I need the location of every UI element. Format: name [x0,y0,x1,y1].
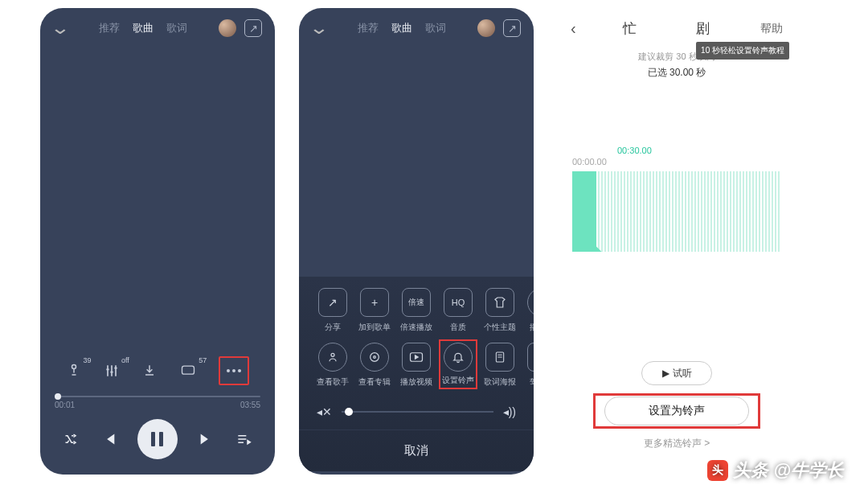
svg-point-0 [72,365,76,369]
action-set-ringtone[interactable]: 设置铃声 [437,343,479,388]
tab-lyrics[interactable]: 歌词 [166,21,187,35]
svg-point-2 [331,353,334,356]
share-icon[interactable]: ↗ [244,19,262,37]
share-icon[interactable]: ↗ [503,19,521,37]
previous-icon[interactable] [100,430,117,448]
action-speed[interactable]: 倍速 倍速播放 [395,288,437,333]
download-icon[interactable] [141,361,158,380]
progress-bar[interactable]: 00:01 03:55 [40,389,275,411]
action-quality[interactable]: HQ 音质 [437,288,479,333]
waveform-editor[interactable]: 00:30.00 00:00.00 [558,157,796,252]
tab-recommend[interactable]: 推荐 [99,21,120,35]
avatar[interactable] [219,19,236,37]
pause-button[interactable] [137,419,178,459]
volume-slider[interactable] [342,411,493,413]
time-total: 03:55 [240,401,260,409]
selection-range[interactable] [572,171,596,252]
action-sheet: ↗ 分享 + 加到歌单 倍速 倍速播放 HQ 音质 个性主题 ▷ 播放器 [299,277,534,471]
more-icon [227,369,241,372]
cover-area [299,43,534,277]
help-link[interactable]: 帮助 [760,22,783,36]
top-bar: ⌄ 推荐 歌曲 歌词 ↗ [40,8,275,43]
preview-button[interactable]: ▶ 试听 [641,361,712,385]
tutorial-tooltip[interactable]: 10 秒轻松设置铃声教程 [696,42,789,60]
time-current: 00:01 [55,401,75,409]
top-tabs: 推荐 歌曲 歌词 [358,21,446,35]
action-theme[interactable]: 个性主题 [479,288,521,333]
avatar[interactable] [477,19,495,37]
svg-point-4 [374,356,376,359]
pause-icon [151,432,163,446]
selection-start-time: 00:00.00 [572,157,781,166]
more-button-highlight [219,356,249,385]
disc-icon [360,343,389,372]
volume-icon[interactable]: ◂)) [503,405,516,418]
ringtone-highlight: 设置铃声 [439,339,477,389]
action-sheet-screen: ⌄ 推荐 歌曲 歌词 ↗ ↗ 分享 + 加到歌单 倍速 倍速播放 [299,8,534,475]
play-circle-icon: ▷ [527,288,534,317]
mute-icon[interactable]: ◂✕ [317,405,332,418]
back-icon[interactable]: ‹ [571,19,576,38]
cancel-button[interactable]: 取消 [299,429,534,471]
bell-icon [444,343,473,372]
share-out-icon: ↗ [318,288,347,317]
playback-controls [40,411,275,471]
next-icon[interactable] [198,430,215,448]
secondary-controls: 39 off 57 [40,357,275,389]
action-view-artist[interactable]: 查看歌手 [312,343,354,388]
page-title: 忙 剧 [623,19,713,38]
collapse-chevron-icon[interactable]: ⌄ [309,18,329,39]
sheet-row-1: ↗ 分享 + 加到歌单 倍速 倍速播放 HQ 音质 个性主题 ▷ 播放器 [299,288,534,343]
player-screen: ⌄ 推荐 歌曲 歌词 ↗ 39 off 57 [40,8,275,475]
action-add-playlist[interactable]: + 加到歌单 [354,288,395,333]
toutiao-icon: 头 [707,460,728,481]
sing-icon[interactable]: 39 [66,361,82,380]
action-player[interactable]: ▷ 播放器 [521,288,534,333]
tshirt-icon [485,288,514,317]
sheet-row-2: 查看歌手 查看专辑 播放视频 设置铃声 歌词海报 [299,343,534,397]
action-play-video[interactable]: 播放视频 [395,343,437,388]
tab-song[interactable]: 歌曲 [391,21,412,35]
action-share[interactable]: ↗ 分享 [312,288,354,333]
more-ringtones-link[interactable]: 更多精选铃声 > [558,437,796,450]
more-button[interactable] [227,361,241,380]
tab-song[interactable]: 歌曲 [133,21,154,35]
action-lyric-poster[interactable]: 歌词海报 [479,343,521,388]
hq-icon: HQ [444,288,473,317]
shuffle-icon[interactable] [63,431,80,447]
action-drive-mode[interactable]: 驾驶模 [521,343,534,388]
play-icon: ▶ [662,368,669,379]
eq-status: off [121,356,129,364]
speed-icon: 倍速 [402,288,431,317]
sing-count: 39 [84,356,92,364]
tab-recommend[interactable]: 推荐 [358,21,379,35]
top-tabs: 推荐 歌曲 歌词 [99,21,187,35]
waveform[interactable] [572,171,781,252]
video-icon [402,343,431,372]
action-view-album[interactable]: 查看专辑 [354,343,395,388]
watermark: 头 头条 @牛学长 [707,458,844,483]
cover-area [40,43,275,357]
car-icon [527,343,534,372]
selected-duration: 已选 30.00 秒 [558,66,796,80]
top-bar: ‹ 忙 剧 帮助 [558,8,796,44]
ringtone-editor-screen: ‹ 忙 剧 帮助 10 秒轻松设置铃声教程 建议裁剪 30 秒以内 已选 30.… [558,8,796,475]
person-icon [318,343,347,372]
comment-count: 57 [199,356,207,364]
collapse-chevron-icon[interactable]: ⌄ [50,18,70,39]
poster-icon [485,343,514,372]
tab-lyrics[interactable]: 歌词 [425,21,446,35]
volume-row: ◂✕ ◂)) [299,397,534,429]
playlist-icon[interactable] [235,431,252,447]
plus-icon: + [360,288,389,317]
svg-point-3 [371,353,379,362]
set-ringtone-button[interactable]: 设置为铃声 [604,397,749,425]
selection-end-time: 00:30.00 [617,146,652,155]
equalizer-icon[interactable]: off [104,361,120,380]
top-bar: ⌄ 推荐 歌曲 歌词 ↗ [299,8,534,43]
comments-icon[interactable]: 57 [179,361,197,380]
